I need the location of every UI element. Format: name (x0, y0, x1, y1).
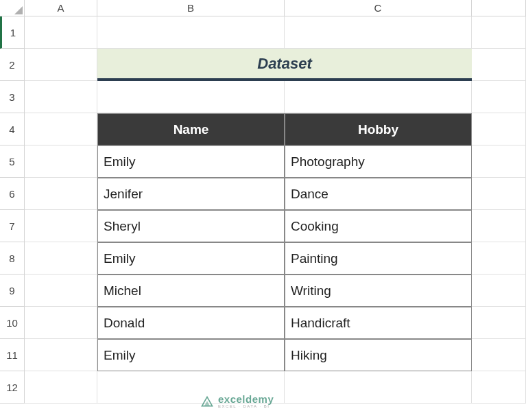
cell-d5[interactable] (472, 145, 526, 178)
row-header-5[interactable]: 5 (0, 145, 25, 178)
table-row[interactable]: Cooking (285, 210, 472, 242)
col-header-c[interactable]: C (285, 0, 472, 16)
row-header-10[interactable]: 10 (0, 307, 25, 339)
cell-a9[interactable] (25, 275, 97, 307)
watermark-brand: exceldemy (218, 394, 274, 404)
table-row[interactable]: Michel (97, 275, 285, 307)
table-row[interactable]: Emily (97, 242, 285, 275)
table-row[interactable]: Emily (97, 145, 285, 178)
cell-d11[interactable] (472, 339, 526, 371)
table-row[interactable]: Photography (285, 145, 472, 178)
table-row[interactable]: Hiking (285, 339, 472, 371)
cell-d2[interactable] (472, 49, 526, 81)
table-row[interactable]: Donald (97, 307, 285, 339)
logo-icon (200, 395, 214, 408)
select-all-corner[interactable] (0, 0, 25, 16)
cell-c1[interactable] (285, 16, 472, 49)
cell-d8[interactable] (472, 242, 526, 275)
cell-d10[interactable] (472, 307, 526, 339)
cell-a12[interactable] (25, 371, 97, 404)
row-header-9[interactable]: 9 (0, 275, 25, 307)
table-row[interactable]: Writing (285, 275, 472, 307)
cell-d7[interactable] (472, 210, 526, 242)
cell-d3[interactable] (472, 81, 526, 113)
cell-d1[interactable] (472, 16, 526, 49)
spreadsheet-grid: A B C 1 2 Dataset 3 4 Name Hobby 5 Emily… (0, 0, 526, 404)
watermark-text: exceldemy EXCEL · DATA · BI (218, 394, 274, 408)
cell-a4[interactable] (25, 113, 97, 145)
table-header-hobby[interactable]: Hobby (285, 113, 472, 145)
row-header-1[interactable]: 1 (0, 16, 25, 49)
cell-a11[interactable] (25, 339, 97, 371)
table-row[interactable]: Sheryl (97, 210, 285, 242)
cell-a8[interactable] (25, 242, 97, 275)
table-header-name[interactable]: Name (97, 113, 285, 145)
watermark: exceldemy EXCEL · DATA · BI (200, 394, 274, 408)
cell-b1[interactable] (97, 16, 285, 49)
table-row[interactable]: Painting (285, 242, 472, 275)
col-header-a[interactable]: A (25, 0, 97, 16)
cell-a1[interactable] (25, 16, 97, 49)
cell-b3[interactable] (97, 81, 285, 113)
table-row[interactable]: Handicraft (285, 307, 472, 339)
cell-a10[interactable] (25, 307, 97, 339)
watermark-tagline: EXCEL · DATA · BI (218, 404, 274, 408)
cell-c3[interactable] (285, 81, 472, 113)
cell-d9[interactable] (472, 275, 526, 307)
row-header-4[interactable]: 4 (0, 113, 25, 145)
cell-d6[interactable] (472, 178, 526, 210)
cell-d12[interactable] (472, 371, 526, 404)
row-header-6[interactable]: 6 (0, 178, 25, 210)
row-header-7[interactable]: 7 (0, 210, 25, 242)
row-header-8[interactable]: 8 (0, 242, 25, 275)
cell-a7[interactable] (25, 210, 97, 242)
row-header-11[interactable]: 11 (0, 339, 25, 371)
cell-c12[interactable] (285, 371, 472, 404)
cell-a3[interactable] (25, 81, 97, 113)
col-header-empty[interactable] (472, 0, 526, 16)
table-row[interactable]: Jenifer (97, 178, 285, 210)
row-header-12[interactable]: 12 (0, 371, 25, 404)
cell-d4[interactable] (472, 113, 526, 145)
cell-a2[interactable] (25, 49, 97, 81)
dataset-title[interactable]: Dataset (97, 49, 472, 81)
cell-a5[interactable] (25, 145, 97, 178)
table-row[interactable]: Emily (97, 339, 285, 371)
cell-a6[interactable] (25, 178, 97, 210)
row-header-3[interactable]: 3 (0, 81, 25, 113)
table-row[interactable]: Dance (285, 178, 472, 210)
col-header-b[interactable]: B (97, 0, 285, 16)
row-header-2[interactable]: 2 (0, 49, 25, 81)
